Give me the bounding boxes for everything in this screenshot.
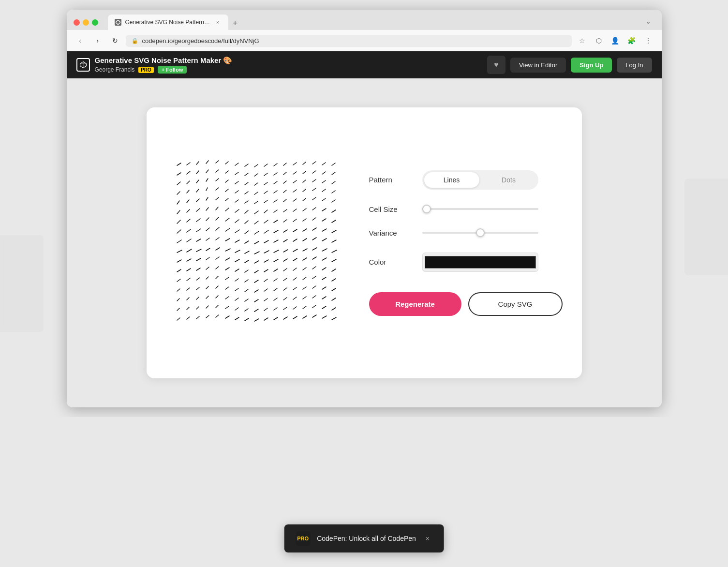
- close-window-button[interactable]: [74, 19, 80, 26]
- svg-line-132: [264, 230, 268, 233]
- svg-line-208: [177, 279, 180, 282]
- svg-line-237: [293, 287, 297, 290]
- refresh-button[interactable]: ↻: [108, 34, 122, 47]
- address-bar[interactable]: 🔒: [126, 35, 572, 47]
- svg-line-195: [216, 267, 219, 269]
- svg-line-29: [254, 174, 258, 176]
- svg-line-258: [332, 298, 336, 300]
- svg-line-250: [254, 299, 258, 302]
- minimize-window-button[interactable]: [83, 19, 89, 26]
- active-tab[interactable]: Generative SVG Noise Pattern… ×: [108, 15, 228, 30]
- pattern-dots-button[interactable]: Dots: [481, 172, 536, 188]
- svg-line-58: [206, 188, 208, 191]
- cell-size-slider[interactable]: [422, 208, 538, 210]
- svg-line-154: [312, 238, 316, 240]
- svg-line-233: [254, 290, 258, 292]
- action-buttons: Regenerate Copy SVG: [369, 292, 563, 316]
- svg-line-112: [235, 220, 239, 223]
- svg-line-90: [187, 209, 190, 212]
- svg-line-170: [303, 249, 307, 251]
- svg-line-46: [254, 183, 258, 185]
- tab-title: Generative SVG Noise Pattern…: [125, 19, 210, 26]
- svg-line-268: [264, 308, 267, 311]
- back-button[interactable]: ‹: [74, 34, 87, 47]
- bookmark-icon[interactable]: ☆: [576, 34, 589, 47]
- svg-line-11: [245, 164, 248, 166]
- svg-line-255: [303, 297, 306, 299]
- svg-line-186: [293, 258, 297, 261]
- svg-line-201: [274, 269, 278, 271]
- svg-line-77: [225, 198, 228, 201]
- svg-line-50: [293, 180, 297, 183]
- signup-button[interactable]: Sign Up: [571, 58, 612, 73]
- extension-icon[interactable]: ⬡: [592, 34, 606, 47]
- svg-line-35: [312, 171, 316, 173]
- maximize-window-button[interactable]: [92, 19, 98, 26]
- more-options-icon[interactable]: ⋮: [641, 34, 655, 47]
- window-controls-icon[interactable]: ⌄: [641, 15, 655, 28]
- svg-line-269: [274, 308, 277, 310]
- svg-line-125: [196, 229, 201, 232]
- variance-slider[interactable]: [422, 232, 538, 234]
- url-input[interactable]: [142, 37, 566, 45]
- svg-line-177: [206, 257, 209, 260]
- svg-line-127: [216, 227, 219, 230]
- svg-line-34: [303, 171, 306, 174]
- pattern-lines-button[interactable]: Lines: [424, 172, 479, 188]
- svg-line-252: [274, 298, 277, 300]
- lock-icon: 🔒: [132, 38, 138, 44]
- svg-line-209: [187, 278, 190, 281]
- svg-line-147: [245, 241, 249, 243]
- svg-line-54: [332, 181, 335, 184]
- svg-line-142: [196, 239, 201, 241]
- tab-close-button[interactable]: ×: [214, 18, 222, 26]
- svg-line-172: [322, 249, 327, 251]
- svg-line-76: [216, 197, 219, 200]
- svg-line-80: [254, 201, 258, 204]
- view-editor-button[interactable]: View in Editor: [510, 58, 566, 73]
- svg-line-128: [225, 228, 230, 231]
- svg-line-145: [225, 239, 230, 241]
- svg-line-109: [206, 218, 209, 221]
- profile-icon[interactable]: 👤: [609, 34, 622, 47]
- browser-window: Generative SVG Noise Pattern… × + ⌄ ‹ › …: [67, 10, 662, 407]
- regenerate-button[interactable]: Regenerate: [369, 292, 461, 316]
- svg-line-158: [187, 249, 192, 252]
- svg-line-218: [274, 279, 277, 281]
- svg-line-179: [225, 258, 230, 260]
- svg-line-248: [235, 298, 238, 300]
- svg-line-4: [177, 163, 181, 165]
- svg-line-6: [196, 162, 199, 164]
- svg-line-5: [187, 163, 190, 165]
- svg-line-199: [254, 270, 258, 273]
- svg-line-174: [177, 260, 181, 262]
- svg-line-65: [274, 191, 277, 193]
- svg-line-257: [322, 297, 326, 299]
- heart-button[interactable]: ♥: [487, 56, 505, 74]
- copy-svg-button[interactable]: Copy SVG: [468, 292, 563, 316]
- login-button[interactable]: Log In: [617, 58, 652, 73]
- svg-line-245: [206, 296, 208, 298]
- puzzle-icon[interactable]: 🧩: [625, 34, 639, 47]
- svg-line-74: [196, 199, 199, 202]
- svg-line-279: [206, 315, 209, 318]
- color-picker[interactable]: [422, 253, 538, 272]
- pen-card: Pattern Lines Dots Cell Size Variance: [147, 107, 582, 378]
- svg-line-117: [283, 220, 287, 222]
- svg-line-72: [177, 201, 179, 204]
- svg-line-155: [322, 239, 327, 241]
- pattern-toggle-group: Lines Dots: [422, 170, 538, 190]
- svg-line-27: [235, 172, 238, 175]
- svg-line-138: [322, 229, 327, 231]
- svg-line-242: [177, 298, 179, 301]
- svg-line-187: [303, 258, 307, 260]
- svg-line-113: [245, 221, 248, 224]
- svg-line-152: [293, 239, 297, 241]
- traffic-lights: [74, 19, 98, 26]
- svg-line-56: [187, 190, 189, 193]
- follow-button[interactable]: + Follow: [158, 66, 187, 74]
- svg-line-144: [216, 238, 219, 240]
- pattern-area: [166, 141, 350, 344]
- new-tab-button[interactable]: +: [228, 16, 242, 30]
- forward-button[interactable]: ›: [91, 34, 104, 47]
